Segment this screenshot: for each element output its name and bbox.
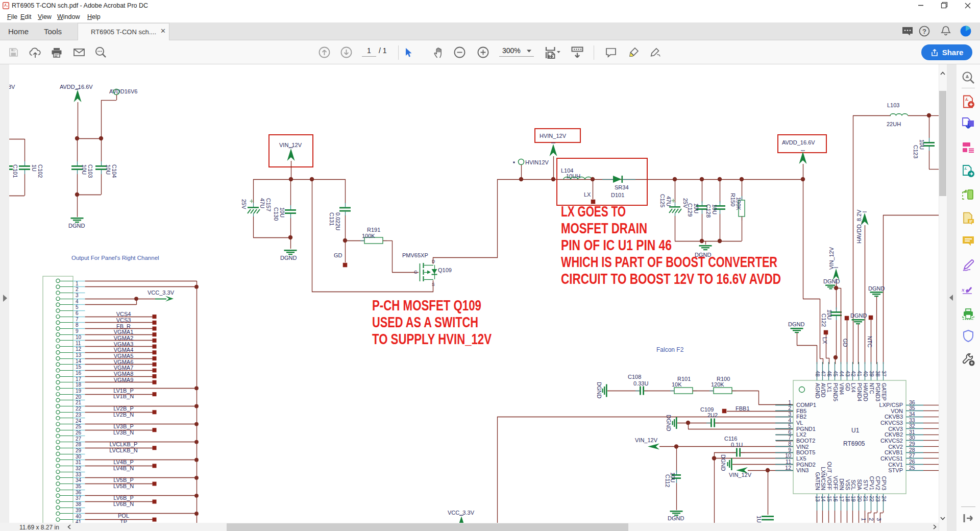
svg-text:13: 13	[76, 352, 82, 358]
svg-text:10U: 10U	[826, 309, 832, 320]
svg-text:10: 10	[785, 452, 791, 458]
svg-text:NTC: NTC	[869, 383, 875, 394]
svg-text:PIN OF IC U1 PIN 46: PIN OF IC U1 PIN 46	[561, 237, 672, 253]
svg-text:33: 33	[909, 417, 915, 423]
svg-text:1U: 1U	[756, 516, 762, 523]
svg-text:GD: GD	[334, 252, 342, 258]
svg-text:P-CH MOSFET Q109: P-CH MOSFET Q109	[372, 297, 481, 313]
svg-text:GD: GD	[845, 383, 851, 391]
svg-text:3: 3	[788, 411, 791, 417]
svg-text:R191: R191	[367, 227, 380, 233]
svg-text:23: 23	[76, 412, 82, 418]
svg-text:VGMA3: VGMA3	[114, 341, 134, 347]
svg-text:21: 21	[76, 400, 82, 405]
svg-text:4: 4	[76, 299, 79, 304]
svg-text:C104: C104	[111, 164, 117, 178]
svg-text:36: 36	[76, 490, 82, 495]
svg-text:5: 5	[788, 423, 791, 429]
svg-text:DGND: DGND	[868, 285, 885, 292]
svg-text:9: 9	[76, 328, 79, 334]
svg-text:3: 3	[876, 518, 882, 521]
svg-text:CKVB3: CKVB3	[885, 414, 903, 420]
svg-text:4: 4	[788, 417, 791, 423]
svg-text:USED AS A SWITCH: USED AS A SWITCH	[372, 314, 478, 330]
svg-text:9: 9	[788, 447, 791, 453]
svg-text:41: 41	[76, 519, 82, 523]
svg-text:22: 22	[869, 496, 875, 502]
svg-text:VSS: VSS	[845, 479, 851, 490]
svg-text:29: 29	[909, 441, 915, 447]
svg-text:0.022U: 0.022U	[335, 212, 341, 231]
svg-text:OUT_VOFF: OUT_VOFF	[826, 462, 832, 490]
svg-text:C108: C108	[628, 374, 641, 380]
svg-text:C125: C125	[659, 194, 666, 207]
svg-text:31: 31	[76, 460, 82, 465]
svg-text:25: 25	[909, 465, 915, 471]
svg-text:C116: C116	[724, 436, 737, 442]
svg-text:STVP: STVP	[888, 467, 903, 473]
svg-text:LXP/CSP: LXP/CSP	[879, 402, 903, 408]
svg-text:2U2: 2U2	[707, 412, 718, 418]
svg-text:GD: GD	[842, 339, 848, 347]
svg-text:AVDD: AVDD	[820, 383, 826, 398]
svg-text:47U: 47U	[259, 198, 265, 208]
svg-text:VIN3: VIN3	[796, 467, 808, 473]
svg-text:27: 27	[909, 452, 915, 458]
svg-text:DGND: DGND	[68, 223, 85, 229]
svg-text:45: 45	[832, 371, 839, 377]
svg-text:VGMA8: VGMA8	[114, 371, 134, 377]
svg-text:20: 20	[856, 496, 863, 502]
svg-text:PMV65XP: PMV65XP	[402, 252, 428, 258]
svg-text:18: 18	[76, 382, 82, 388]
svg-text:6: 6	[788, 429, 791, 435]
svg-text:0.33U: 0.33U	[633, 380, 648, 387]
svg-text:FB5: FB5	[796, 408, 806, 414]
svg-text:41: 41	[856, 371, 863, 377]
svg-text:LX5: LX5	[796, 455, 806, 462]
svg-text:FB_R: FB_R	[116, 323, 131, 329]
svg-text:DGND: DGND	[788, 321, 804, 327]
svg-text:C123: C123	[913, 145, 919, 158]
svg-text:SR34: SR34	[615, 184, 629, 190]
svg-text:VCC_3.3V: VCC_3.3V	[148, 289, 175, 296]
svg-text:CPV1: CPV1	[869, 476, 875, 491]
svg-text:34: 34	[76, 477, 82, 483]
svg-text:12: 12	[785, 465, 791, 471]
svg-text:27: 27	[76, 436, 82, 442]
svg-text:5: 5	[76, 304, 79, 310]
svg-text:35: 35	[76, 484, 82, 489]
svg-text:10U: 10U	[693, 203, 699, 213]
svg-text:33: 33	[76, 472, 82, 477]
svg-text:VIN4: VIN4	[839, 383, 845, 395]
svg-text:VGMA5: VGMA5	[114, 353, 134, 359]
svg-text:40: 40	[863, 371, 869, 377]
svg-text:Q109: Q109	[438, 267, 452, 273]
svg-text:100K: 100K	[362, 233, 375, 239]
svg-text:17: 17	[839, 496, 845, 502]
svg-text:11: 11	[76, 341, 81, 346]
svg-text:22UH: 22UH	[887, 121, 901, 127]
svg-text:VIN_12V: VIN_12V	[729, 472, 752, 478]
svg-text:LX1: LX1	[826, 383, 832, 393]
svg-text:CIRCUIT TO BOOST 12V TO 16.6V: CIRCUIT TO BOOST 12V TO 16.6V AVDD	[561, 271, 781, 287]
svg-text:39: 39	[869, 371, 875, 377]
svg-text:10U: 10U	[670, 472, 676, 482]
svg-text:43: 43	[845, 371, 851, 377]
svg-text:14: 14	[820, 496, 826, 502]
svg-text:23: 23	[875, 496, 881, 502]
svg-text:CKVCS3: CKVCS3	[880, 420, 903, 426]
svg-text:WHICH IS PART OF BOOST CONVERT: WHICH IS PART OF BOOST CONVERTER	[561, 254, 777, 270]
svg-text:C101: C101	[12, 164, 18, 178]
svg-text:SCL: SCL	[850, 480, 856, 491]
svg-text:x: x	[962, 286, 965, 293]
svg-text:3: 3	[76, 293, 79, 298]
svg-text:47U: 47U	[666, 196, 672, 206]
svg-text:15: 15	[826, 496, 832, 502]
svg-text:C103: C103	[87, 164, 93, 178]
svg-text:CPV3: CPV3	[881, 476, 887, 491]
svg-text:LX: LX	[584, 191, 591, 198]
svg-text:7: 7	[788, 435, 791, 441]
svg-text:FB2: FB2	[796, 414, 806, 420]
svg-text:12: 12	[76, 346, 82, 352]
svg-text:FBB1: FBB1	[736, 405, 750, 412]
